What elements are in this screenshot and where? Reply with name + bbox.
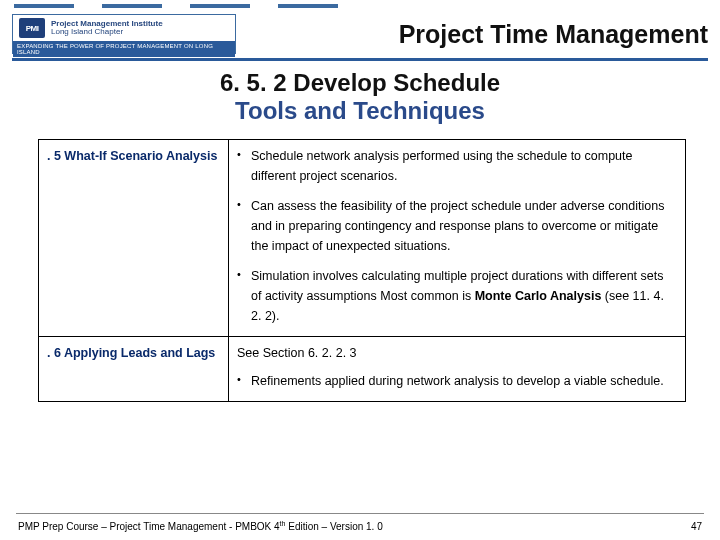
list-item: Simulation involves calculating multiple…: [237, 266, 677, 326]
list-item: Can assess the feasibility of the projec…: [237, 196, 677, 256]
footer-left: PMP Prep Course – Project Time Managemen…: [18, 520, 383, 532]
pmi-logo: PMI Project Management Institute Long Is…: [12, 14, 236, 54]
see-section: See Section 6. 2. 2. 3: [237, 343, 677, 363]
header-rule: [12, 58, 708, 61]
page-number: 47: [691, 521, 702, 532]
pmi-badge-icon: PMI: [19, 18, 45, 38]
section-subtitle: Tools and Techniques: [0, 97, 720, 125]
row-label: . 5 What-If Scenario Analysis: [39, 140, 229, 337]
row-label: . 6 Applying Leads and Lags: [39, 337, 229, 402]
bullet-list: Schedule network analysis performed usin…: [237, 146, 677, 326]
bullet-list: Refinements applied during network analy…: [237, 371, 677, 391]
list-item: Schedule network analysis performed usin…: [237, 146, 677, 186]
table-row: . 5 What-If Scenario AnalysisSchedule ne…: [39, 140, 686, 337]
logo-tagline: Expanding the Power of Project Managemen…: [13, 41, 235, 57]
footer: PMP Prep Course – Project Time Managemen…: [0, 520, 720, 532]
page-title: Project Time Management: [399, 20, 708, 49]
footer-rule: [16, 513, 704, 514]
header: PMI Project Management Institute Long Is…: [0, 10, 720, 56]
row-content: See Section 6. 2. 2. 3Refinements applie…: [229, 337, 686, 402]
decorative-top-bars: [0, 0, 720, 10]
logo-text: Project Management Institute Long Island…: [51, 20, 163, 37]
table-row: . 6 Applying Leads and LagsSee Section 6…: [39, 337, 686, 402]
section-heading: 6. 5. 2 Develop Schedule Tools and Techn…: [0, 69, 720, 125]
content-table: . 5 What-If Scenario AnalysisSchedule ne…: [38, 139, 686, 402]
section-number: 6. 5. 2 Develop Schedule: [0, 69, 720, 97]
list-item: Refinements applied during network analy…: [237, 371, 677, 391]
row-content: Schedule network analysis performed usin…: [229, 140, 686, 337]
